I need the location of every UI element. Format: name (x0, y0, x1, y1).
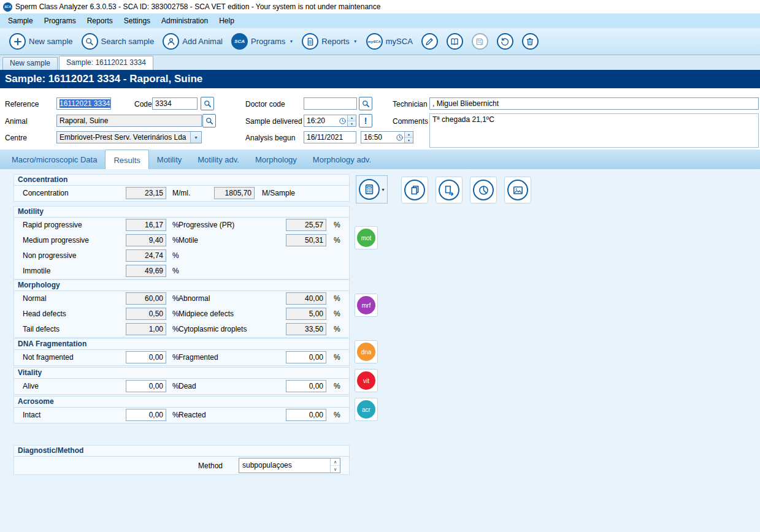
alive-input[interactable]: 0,00 (126, 380, 166, 392)
menu-item-help[interactable]: Help (213, 14, 240, 28)
reference-input[interactable]: 16112021 3334 (56, 97, 111, 110)
menu-item-sample[interactable]: Sample (2, 14, 39, 28)
time-spinner[interactable]: ▲ ▼ (347, 115, 356, 126)
dead-input[interactable]: 0,00 (286, 380, 326, 392)
centre-combo[interactable]: Embriovet-Prest Serv. Veterinários Lda ▼ (56, 131, 202, 143)
tail-defects-input[interactable]: 1,00 (126, 323, 166, 335)
analysis-begun-date[interactable]: 16/11/2021 (304, 131, 356, 143)
fragmented-input[interactable]: 0,00 (286, 351, 326, 363)
calculator-icon (359, 179, 380, 200)
technician-input[interactable]: , Miguel Bliebernicht (429, 97, 759, 110)
analysis-begun-time-value: 16:50 (361, 133, 396, 142)
motile-input[interactable]: 50,31 (286, 234, 326, 246)
method-row: Method subpopulaçoes ∧ ∨ (14, 457, 349, 474)
immotile-unit: % (172, 267, 179, 275)
toolbar-save-button[interactable] (467, 31, 493, 53)
medium-progressive-input[interactable]: 9,40 (126, 234, 166, 246)
tab-macro-microscopic-data[interactable]: Macro/microscopic Data (4, 150, 105, 169)
time-spinner[interactable]: ▲ ▼ (404, 132, 413, 143)
vit-badge-button[interactable]: vit (355, 369, 378, 392)
document-tab-new-sample[interactable]: New sample (2, 57, 58, 70)
toolbar-delete-button[interactable] (518, 31, 543, 53)
sample-delivered-value: 16:20 (304, 116, 339, 125)
toolbar-programs-button[interactable]: SCAPrograms▼ (227, 31, 297, 53)
toolbar-notes-button[interactable] (442, 31, 467, 53)
spin-down-icon[interactable]: ▼ (405, 138, 413, 143)
reacted-input[interactable]: 0,00 (286, 409, 326, 421)
image-button[interactable] (504, 177, 531, 203)
dropdown-arrow-icon[interactable]: ▼ (190, 132, 201, 143)
non-progressive-input[interactable]: 24,74 (126, 249, 166, 262)
mrf-badge: mrf (357, 296, 375, 314)
mot-badge-button[interactable]: mot (355, 226, 378, 249)
code-search-button[interactable] (201, 97, 214, 110)
tab-morphology[interactable]: Morphology (247, 150, 305, 169)
toolbar-new-sample-button[interactable]: New sample (5, 31, 77, 53)
toolbar-edit-button[interactable] (417, 31, 442, 53)
result-row: Not fragmented0,00%Fragmented0,00% (14, 350, 349, 365)
immotile-input[interactable]: 49,69 (126, 265, 166, 277)
copy-button[interactable] (401, 177, 428, 203)
menu-item-reports[interactable]: Reports (82, 14, 118, 28)
concentration-input[interactable]: 23,15 (126, 187, 166, 199)
mrf-badge-button[interactable]: mrf (355, 294, 378, 317)
reacted-unit: % (334, 411, 340, 419)
not-fragmented-input[interactable]: 0,00 (126, 351, 166, 363)
method-combo[interactable]: subpopulaçoes ∧ ∨ (239, 458, 340, 473)
toolbar-new-sample-label: New sample (29, 37, 73, 46)
dead-unit: % (334, 382, 340, 390)
animal-label: Animal (5, 117, 28, 126)
toolbar-reports-button[interactable]: Reports▼ (297, 31, 361, 53)
head-defects-input[interactable]: 0,50 (126, 308, 166, 320)
toolbar: New sampleSearch sampleAdd AnimalSCAProg… (0, 28, 760, 55)
sample-delivered-time[interactable]: 16:20 ▲ ▼ (304, 115, 356, 127)
tab-motility[interactable]: Motility (149, 150, 190, 169)
method-spinner[interactable]: ∧ ∨ (330, 458, 340, 473)
calculator-button[interactable]: ▾ (356, 175, 388, 203)
comments-input[interactable]: Tª chegada 21,1ºC (429, 113, 759, 148)
toolbar-add-animal-button[interactable]: Add Animal (158, 31, 227, 53)
spin-down-icon[interactable]: ▼ (348, 121, 356, 127)
spin-down-icon[interactable]: ∨ (331, 466, 340, 473)
intact-label: Intact (23, 411, 40, 419)
abnormal-input[interactable]: 40,00 (286, 292, 326, 305)
toolbar-undo-button[interactable] (493, 31, 518, 53)
animal-input[interactable]: Raporal, Suine (56, 115, 202, 127)
spin-up-icon[interactable]: ▲ (348, 115, 356, 121)
analysis-begun-time[interactable]: 16:50 ▲ ▼ (361, 131, 413, 143)
menu-item-administration[interactable]: Administration (156, 14, 213, 28)
doctor-code-input[interactable] (304, 97, 357, 110)
spin-up-icon[interactable]: ∧ (331, 458, 340, 466)
animal-search-button[interactable] (202, 114, 216, 127)
menu-item-settings[interactable]: Settings (118, 14, 156, 28)
reference-value: 16112021 3334 (59, 99, 110, 108)
toolbar-search-sample-button[interactable]: Search sample (77, 31, 159, 53)
menu-item-programs[interactable]: Programs (39, 14, 82, 28)
code-input[interactable]: 3334 (152, 97, 198, 110)
cytoplasmic-droplets-unit: % (334, 325, 340, 333)
acr-badge-button[interactable]: acr (355, 398, 378, 421)
spin-up-icon[interactable]: ▲ (405, 132, 413, 138)
rapid-progressive-input[interactable]: 16,17 (126, 219, 166, 231)
toolbar-mysca-button[interactable]: mySCAmySCA (362, 31, 417, 53)
abnormal-label: Abnormal (178, 294, 210, 303)
progressive-pr-input[interactable]: 25,57 (286, 219, 326, 231)
tab-morphology-adv[interactable]: Morphology adv. (305, 150, 379, 169)
result-row: Rapid progressive16,17%Progressive (PR)2… (14, 218, 349, 233)
clock-icon (396, 134, 404, 142)
alert-button[interactable]: ! (359, 114, 372, 127)
doctor-search-button[interactable] (359, 97, 372, 110)
duplicate-button[interactable] (436, 177, 463, 203)
tab-motility-adv[interactable]: Motility adv. (190, 150, 247, 169)
tab-results[interactable]: Results (105, 150, 148, 169)
concentration-total-input[interactable]: 1805,70 (214, 187, 255, 199)
chart-button[interactable] (470, 177, 497, 203)
result-row: Intact0,00%Reacted0,00% (14, 408, 349, 423)
document-tab-sample-16112021-3334[interactable]: Sample: 16112021 3334 (59, 56, 153, 70)
midpiece-defects-input[interactable]: 5,00 (286, 308, 326, 320)
normal-input[interactable]: 60,00 (126, 292, 166, 305)
dna-badge-button[interactable]: dna (355, 340, 378, 363)
cytoplasmic-droplets-input[interactable]: 33,50 (286, 323, 326, 335)
tail-defects-label: Tail defects (23, 325, 59, 333)
intact-input[interactable]: 0,00 (126, 409, 166, 421)
